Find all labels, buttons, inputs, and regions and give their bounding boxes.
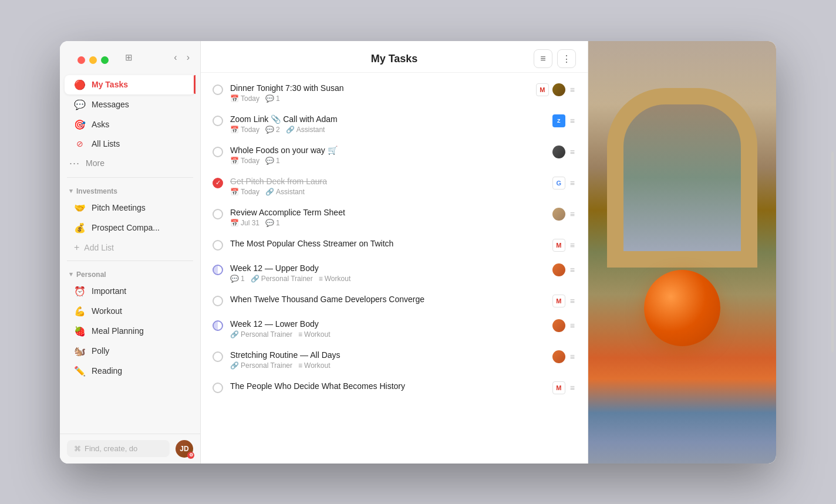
task-item[interactable]: Week 12 — Lower Body 🔗 Personal Trainer … [201,313,588,344]
sidebar-item-prospect-compa[interactable]: 💰 Prospect Compa... [65,218,195,238]
task-actions: ≡ [552,319,576,332]
task-title: Week 12 — Lower Body [230,319,545,329]
task-checkbox[interactable] [213,147,223,157]
task-menu-button[interactable]: ≡ [569,208,576,220]
task-actions: M ≡ [552,381,576,394]
section-investments[interactable]: ▾ Investments [60,181,200,198]
task-title: Week 12 — Upper Body [230,263,545,273]
sidebar-item-my-tasks[interactable]: 🔴 My Tasks [65,75,195,94]
task-body: Review Accomplice Term Sheet 📅 Jul 31 💬 … [230,208,545,227]
meta-comments: 💬 1 [230,275,245,283]
task-avatar [552,319,565,332]
task-menu-button[interactable]: ≡ [569,295,576,307]
task-item[interactable]: Zoom Link 📎 Call with Adam 📅 Today 💬 2 🔗… [201,109,588,140]
more-menu-button[interactable]: ⋮ [557,49,576,68]
task-menu-button[interactable]: ≡ [569,146,576,158]
sidebar-item-asks[interactable]: 🎯 Asks [65,115,195,134]
task-item[interactable]: Whole Foods on your way 🛒 📅 Today 💬 1 ≡ [201,140,588,171]
task-menu-button[interactable]: ≡ [569,351,576,363]
comment-icon: 💬 [265,94,274,103]
task-item[interactable]: ✓ Get Pitch Deck from Laura 📅 Today 🔗 As… [201,171,588,202]
filter-button[interactable]: ≡ [534,49,552,68]
task-body: When Twelve Thousand Game Developers Con… [230,295,545,306]
find-bar[interactable]: ⌘ Find, create, do [67,440,170,457]
sidebar-item-reading[interactable]: ✏️ Reading [65,361,195,381]
sidebar-item-workout[interactable]: 💪 Workout [65,302,195,321]
task-checkbox[interactable] [213,116,223,126]
task-menu-button[interactable]: ≡ [569,264,576,276]
deco-image [588,41,776,464]
main-content: My Tasks ≡ ⋮ Dinner Tonight 7:30 with Su… [201,41,588,464]
task-body: Get Pitch Deck from Laura 📅 Today 🔗 Assi… [230,177,545,196]
meta-date: 📅 Today [230,94,259,103]
traffic-red[interactable] [77,56,85,64]
task-avatar [552,208,565,221]
sidebar-items: 🔴 My Tasks 💬 Messages 🎯 Asks ⊘ All Lists… [60,72,200,434]
task-avatar [552,350,565,363]
task-meta: 📅 Today 💬 1 [230,94,529,103]
task-item[interactable]: Review Accomplice Term Sheet 📅 Jul 31 💬 … [201,202,588,233]
task-checkbox[interactable] [213,240,223,251]
google-icon: G [552,177,565,190]
task-menu-button[interactable]: ≡ [569,320,576,332]
task-meta: 📅 Jul 31 💬 1 [230,219,545,227]
sidebar-item-meal-planning[interactable]: 🍓 Meal Planning [65,322,195,341]
tag-icon: 🔗 [265,188,274,196]
task-checkbox[interactable] [213,296,223,306]
task-body: Dinner Tonight 7:30 with Susan 📅 Today 💬… [230,83,529,103]
user-avatar[interactable]: JD ⚙ [176,440,193,458]
task-item[interactable]: Dinner Tonight 7:30 with Susan 📅 Today 💬… [201,77,588,109]
sidebar-item-pitch-meetings[interactable]: 🤝 Pitch Meetings [65,198,195,218]
settings-badge: ⚙ [187,452,194,459]
task-menu-button[interactable]: ≡ [569,115,576,127]
traffic-yellow[interactable] [89,56,97,64]
task-item[interactable]: The Most Popular Chess Streamer on Twitc… [201,233,588,258]
task-checkbox[interactable] [213,265,223,275]
task-checkbox[interactable]: ✓ [213,178,223,188]
add-list-investments[interactable]: + Add List [65,238,195,257]
task-item[interactable]: Stretching Routine — All Days 🔗 Personal… [201,344,588,376]
task-title: Dinner Tonight 7:30 with Susan [230,83,529,93]
nav-back-button[interactable]: ‹ [171,51,179,64]
task-title: The People Who Decide What Becomes Histo… [230,381,545,391]
task-item[interactable]: Week 12 — Upper Body 💬 1 🔗 Personal Trai… [201,258,588,289]
task-menu-button[interactable]: ≡ [569,382,576,394]
decorative-panel [588,41,776,464]
calendar-icon: 📅 [230,188,239,196]
task-checkbox[interactable] [213,351,223,362]
sidebar-view-toggle[interactable]: ⊞ [125,52,133,63]
section-personal[interactable]: ▾ Personal [60,265,200,281]
task-checkbox[interactable] [213,383,223,393]
nav-forward-button[interactable]: › [184,51,192,64]
task-body: Stretching Routine — All Days 🔗 Personal… [230,350,545,370]
sidebar-item-polly[interactable]: 🐿️ Polly [65,341,195,361]
comment-icon: 💬 [265,126,274,134]
important-icon: ⏰ [74,286,86,297]
gmail-icon: M [552,295,565,307]
task-checkbox[interactable] [213,209,223,219]
task-checkbox[interactable] [213,84,223,95]
reading-icon: ✏️ [74,366,86,377]
sidebar-item-all-lists[interactable]: ⊘ All Lists [65,135,195,153]
task-actions: ≡ [552,350,576,363]
traffic-green[interactable] [101,56,109,64]
task-avatar [552,83,565,96]
sidebar-more-item[interactable]: ··· More [60,153,200,174]
sidebar-item-messages[interactable]: 💬 Messages [65,95,195,114]
task-menu-button[interactable]: ≡ [569,84,576,96]
task-item[interactable]: When Twelve Thousand Game Developers Con… [201,289,588,313]
task-menu-button[interactable]: ≡ [569,239,576,251]
find-placeholder: Find, create, do [85,444,137,453]
task-item[interactable]: The People Who Decide What Becomes Histo… [201,376,588,400]
page-title: My Tasks [371,53,418,65]
header-actions: ≡ ⋮ [534,49,576,68]
task-title: Zoom Link 📎 Call with Adam [230,114,545,124]
calendar-icon: 📅 [230,157,239,165]
task-title: Whole Foods on your way 🛒 [230,146,545,155]
task-checkbox[interactable] [213,320,223,331]
task-menu-button[interactable]: ≡ [569,177,576,189]
task-avatar [552,263,565,276]
sidebar-item-important[interactable]: ⏰ Important [65,282,195,301]
meta-comments: 💬 1 [265,94,280,103]
sidebar-top-row: ⊞ ‹ › [60,41,200,72]
